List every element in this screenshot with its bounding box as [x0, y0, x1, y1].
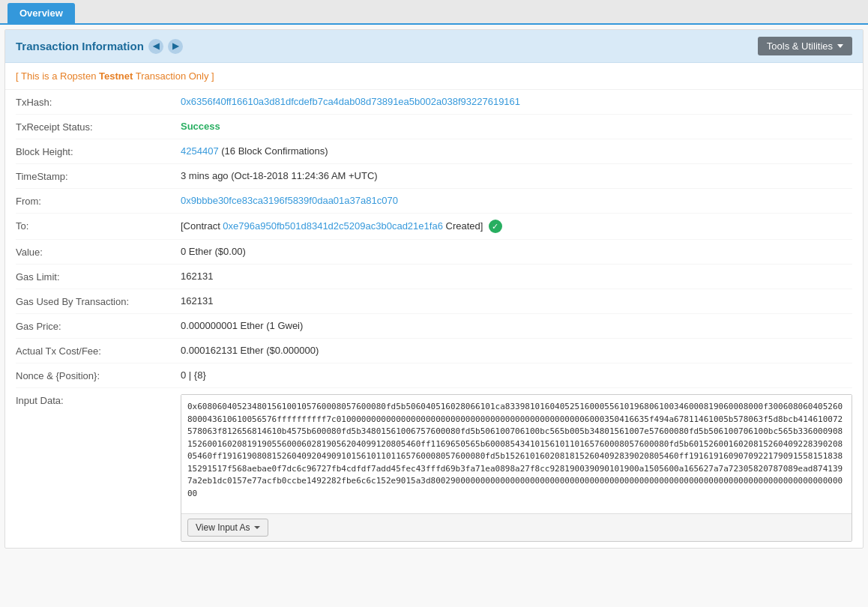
inputdata-value: View Input As — [181, 394, 852, 542]
value-value: 0 Ether ($0.00) — [181, 246, 852, 257]
timestamp-value: 3 mins ago (Oct-18-2018 11:24:36 AM +UTC… — [181, 170, 852, 181]
txhash-link[interactable]: 0x6356f40ff16610a3d81dfcdefb7ca4dab08d73… — [181, 96, 520, 107]
txreceipt-status: Success — [181, 121, 220, 132]
to-suffix: Created] — [443, 220, 483, 232]
gasprice-label: Gas Price: — [16, 320, 181, 332]
input-data-wrapper: View Input As — [181, 394, 852, 542]
gasused-row: Gas Used By Transaction: 162131 — [16, 289, 852, 314]
section-header: Transaction Information ◀ ▶ Tools & Util… — [5, 30, 863, 63]
title-text: Transaction Information — [16, 40, 144, 52]
inputdata-label: Input Data: — [16, 394, 181, 406]
info-table: TxHash: 0x6356f40ff16610a3d81dfcdefb7ca4… — [5, 90, 863, 548]
view-input-as-button[interactable]: View Input As — [187, 519, 268, 537]
blockheight-value: 4254407 (16 Block Confirmations) — [181, 145, 852, 157]
gaslimit-row: Gas Limit: 162131 — [16, 265, 852, 289]
value-label: Value: — [16, 246, 181, 258]
gaslimit-value: 162131 — [181, 271, 852, 282]
gasprice-row: Gas Price: 0.000000001 Ether (1 Gwei) — [16, 314, 852, 339]
to-prefix: [Contract — [181, 220, 223, 232]
inputdata-row: Input Data: View Input As — [16, 388, 852, 548]
from-label: From: — [16, 195, 181, 207]
testnet-suffix: Transaction Only ] — [133, 70, 214, 82]
to-row: To: [Contract 0xe796a950fb501d8341d2c520… — [16, 214, 852, 240]
blockheight-confirmations: (16 Block Confirmations) — [219, 145, 328, 157]
testnet-bold: Testnet — [99, 70, 133, 82]
value-row: Value: 0 Ether ($0.00) — [16, 240, 852, 265]
testnet-prefix: [ This is a Ropsten — [16, 70, 99, 82]
view-input-caret-icon — [254, 526, 260, 529]
actualtx-row: Actual Tx Cost/Fee: 0.000162131 Ether ($… — [16, 339, 852, 363]
tab-overview[interactable]: Overview — [7, 3, 75, 23]
nonce-value: 0 | {8} — [181, 369, 852, 381]
testnet-notice: [ This is a Ropsten Testnet Transaction … — [5, 63, 863, 90]
tools-caret-icon — [837, 44, 843, 48]
timestamp-label: TimeStamp: — [16, 170, 181, 182]
gasprice-value: 0.000000001 Ether (1 Gwei) — [181, 320, 852, 331]
gasused-value: 162131 — [181, 295, 852, 306]
txreceipt-value: Success — [181, 121, 852, 132]
actualtx-value: 0.000162131 Ether ($0.000000) — [181, 345, 852, 356]
gasused-label: Gas Used By Transaction: — [16, 295, 181, 307]
input-data-textarea[interactable] — [181, 395, 852, 511]
actualtx-label: Actual Tx Cost/Fee: — [16, 345, 181, 357]
tab-bar: Overview — [0, 0, 868, 25]
txhash-value: 0x6356f40ff16610a3d81dfcdefb7ca4dab08d73… — [181, 96, 852, 107]
blockheight-row: Block Height: 4254407 (16 Block Confirma… — [16, 139, 852, 164]
blockheight-link[interactable]: 4254407 — [181, 145, 219, 157]
txhash-row: TxHash: 0x6356f40ff16610a3d81dfcdefb7ca4… — [16, 90, 852, 115]
nav-back-button[interactable]: ◀ — [148, 39, 163, 54]
gaslimit-label: Gas Limit: — [16, 271, 181, 283]
txreceipt-label: TxReceipt Status: — [16, 121, 181, 133]
to-value: [Contract 0xe796a950fb501d8341d2c5209ac3… — [181, 220, 852, 233]
nonce-label: Nonce & {Position}: — [16, 369, 181, 381]
check-icon: ✓ — [489, 220, 502, 233]
from-link[interactable]: 0x9bbbe30fce83ca3196f5839f0daa01a37a81c0… — [181, 195, 398, 206]
txhash-label: TxHash: — [16, 96, 181, 108]
section-title: Transaction Information ◀ ▶ — [16, 39, 183, 54]
input-data-footer: View Input As — [181, 513, 852, 541]
tools-label: Tools & Utilities — [767, 40, 833, 52]
from-row: From: 0x9bbbe30fce83ca3196f5839f0daa01a3… — [16, 189, 852, 214]
nav-forward-button[interactable]: ▶ — [168, 39, 183, 54]
to-label: To: — [16, 220, 181, 232]
timestamp-row: TimeStamp: 3 mins ago (Oct-18-2018 11:24… — [16, 164, 852, 189]
nonce-row: Nonce & {Position}: 0 | {8} — [16, 363, 852, 388]
view-input-label: View Input As — [196, 522, 250, 533]
tools-utilities-button[interactable]: Tools & Utilities — [758, 37, 852, 55]
to-contract-link[interactable]: 0xe796a950fb501d8341d2c5209ac3b0cad21e1f… — [223, 220, 443, 232]
main-container: Transaction Information ◀ ▶ Tools & Util… — [4, 29, 864, 549]
blockheight-label: Block Height: — [16, 145, 181, 157]
txreceipt-row: TxReceipt Status: Success — [16, 115, 852, 139]
from-value: 0x9bbbe30fce83ca3196f5839f0daa01a37a81c0… — [181, 195, 852, 206]
